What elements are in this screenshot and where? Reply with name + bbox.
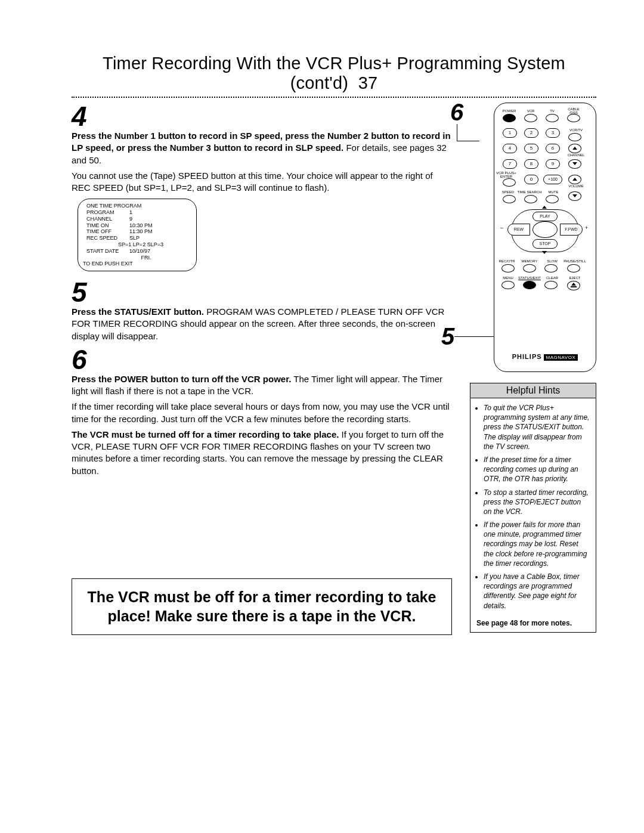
power-button[interactable] <box>503 114 516 122</box>
play-button[interactable]: PLAY <box>532 212 558 221</box>
stop-button[interactable]: STOP <box>532 239 558 249</box>
rew-button[interactable]: REW <box>507 224 530 236</box>
callout-6: 6 <box>450 99 463 126</box>
clear-button[interactable] <box>544 281 558 289</box>
hint-item: To stop a started timer recording, press… <box>484 488 590 517</box>
pause-still-button[interactable] <box>567 264 580 272</box>
vcr-tv-button[interactable] <box>568 133 581 141</box>
num-8-button[interactable]: 8 <box>524 159 538 169</box>
num-6-button[interactable]: 6 <box>546 144 560 153</box>
warning-callout: The VCR must be off for a timer recordin… <box>72 578 452 635</box>
step6-para2: If the timer recording will take place s… <box>72 401 452 425</box>
num-4-button[interactable]: 4 <box>503 144 517 153</box>
time-search-button[interactable] <box>524 195 537 203</box>
hint-item: If you have a Cable Box, timer recording… <box>484 572 590 611</box>
num-2-button[interactable]: 2 <box>524 128 538 138</box>
num-7-button[interactable]: 7 <box>503 159 517 169</box>
slow-button[interactable] <box>544 264 558 272</box>
num-3-button[interactable]: 3 <box>546 128 560 138</box>
mute-button[interactable] <box>546 195 559 203</box>
remote-control: POWER VCR TV CABLE /DSS 1 2 3 VCR/TV 4 5… <box>494 103 596 372</box>
helpful-hints-box: Helpful Hints To quit the VCR Plus+ prog… <box>470 383 596 633</box>
jog-wheel[interactable] <box>532 221 558 238</box>
minus-label: – <box>500 225 503 231</box>
plus-label: + <box>585 225 588 231</box>
vcr-button[interactable] <box>524 114 537 122</box>
hint-item: To quit the VCR Plus+ programming system… <box>484 403 590 451</box>
helpful-hints-footer: See page 48 for more notes. <box>470 619 596 632</box>
speed-button[interactable] <box>503 195 516 203</box>
num-5-button[interactable]: 5 <box>524 144 538 153</box>
channel-down-button[interactable] <box>568 159 581 169</box>
hint-item: If the power fails for more than one min… <box>484 520 590 568</box>
volume-down-button[interactable] <box>568 191 581 201</box>
step6-para1: Press the POWER button to turn off the V… <box>72 373 452 398</box>
step4-para1: Press the Number 1 button to record in S… <box>72 130 452 166</box>
helpful-hints-title: Helpful Hints <box>470 383 596 398</box>
menu-button[interactable] <box>501 281 515 289</box>
hint-item: If the preset time for a timer recording… <box>484 455 590 484</box>
page-title: Timer Recording With the VCR Plus+ Progr… <box>72 54 596 93</box>
brand-label: PHILIPSMAGNAVOX <box>494 353 596 361</box>
ffwd-button[interactable]: F.FWD <box>560 224 583 236</box>
num-9-button[interactable]: 9 <box>546 159 560 169</box>
callout-5: 5 <box>441 323 454 350</box>
memory-button[interactable] <box>523 264 536 272</box>
step4-para2: You cannot use the (Tape) SPEED button a… <box>72 170 452 194</box>
eject-button[interactable] <box>567 281 580 290</box>
step-number-4: 4 <box>72 103 452 130</box>
plus100-button[interactable]: +100 <box>543 175 562 184</box>
cable-dss-button[interactable] <box>567 114 580 122</box>
step5-para1: Press the STATUS/EXIT button. PROGRAM WA… <box>72 306 452 342</box>
osd-screen: ONE TIME PROGRAM PROGRAM1 CHANNEL9 TIME … <box>78 199 197 271</box>
osd-title: ONE TIME PROGRAM <box>86 203 188 209</box>
channel-up-button[interactable] <box>568 144 581 153</box>
num-0-button[interactable]: 0 <box>524 175 538 184</box>
dotted-rule <box>72 97 596 98</box>
step-number-6: 6 <box>72 346 452 373</box>
volume-up-button[interactable] <box>568 175 581 184</box>
vcrplus-enter-button[interactable] <box>503 178 516 187</box>
rec-otr-button[interactable] <box>501 264 515 272</box>
num-1-button[interactable]: 1 <box>503 128 517 138</box>
tv-button[interactable] <box>546 114 559 122</box>
step-number-5: 5 <box>72 278 452 306</box>
step6-para3: The VCR must be turned off for a timer r… <box>72 429 452 477</box>
status-exit-button[interactable] <box>523 281 536 289</box>
